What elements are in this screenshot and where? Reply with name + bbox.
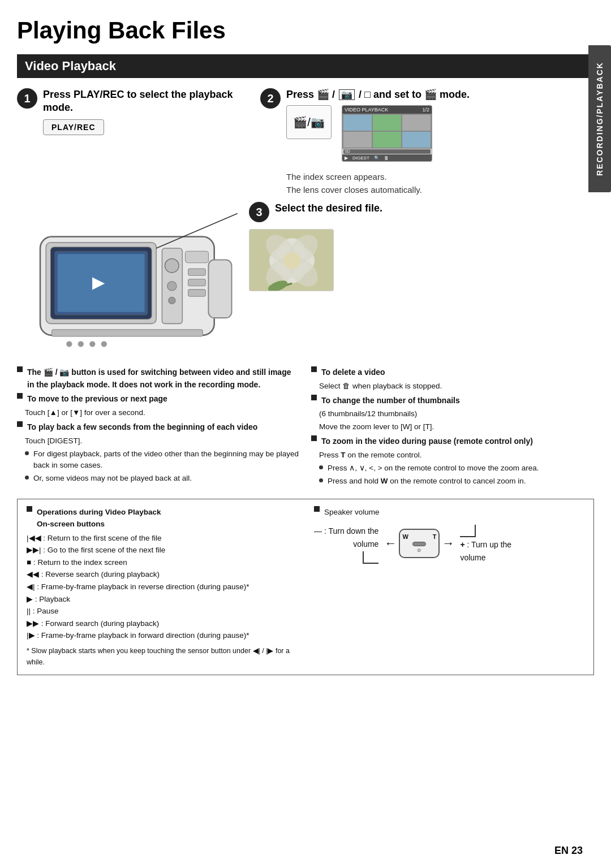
lever-w-label: W	[402, 532, 408, 542]
svg-point-28	[283, 252, 300, 269]
bullet-icon	[311, 366, 317, 372]
op2: ▶▶| : Go to the first scene of the next …	[27, 544, 297, 556]
tip3-bullet2: Or, some videos may not be played back a…	[33, 473, 192, 485]
step2-label: Press 🎬 / 📷 / □ and set to 🎬 mode.	[286, 88, 470, 101]
tips-left: The 🎬 / 📷 button is used for switching b…	[17, 366, 300, 489]
svg-point-17	[78, 341, 84, 347]
camera-icon: 📷	[339, 89, 355, 100]
op6: ▶ : Playback	[27, 593, 297, 606]
svg-point-16	[66, 341, 72, 347]
arrow-left-icon: ←	[384, 533, 397, 553]
section-header: Video Playback	[17, 54, 594, 78]
flower-image	[249, 229, 334, 291]
op9: |▶ : Frame-by-frame playback in forward …	[27, 629, 297, 642]
svg-rect-10	[185, 251, 208, 263]
tip1-right-heading: To delete a video	[321, 366, 385, 379]
zoom-lever: ← W T ⊘ →	[384, 529, 454, 560]
tip3-body: Touch [DIGEST].	[25, 435, 300, 447]
bullet-circle-icon	[25, 476, 29, 480]
page-title: Playing Back Files	[17, 17, 594, 44]
tip3-bullet1: For digest playback, parts of the video …	[33, 448, 300, 472]
video-playback-screen: VIDEO PLAYBACK 1/2 SD	[342, 105, 432, 162]
step1-block: 1 Press PLAY/REC to select the playback …	[17, 88, 255, 196]
bullet-icon	[311, 435, 317, 441]
bullet-icon	[17, 393, 23, 399]
step3-circle: 3	[249, 202, 269, 222]
svg-point-9	[169, 297, 175, 304]
tip2-right-body2: Move the zoom lever to [W] or [T].	[319, 421, 594, 433]
tip3-right-bullet1: Press ∧, ∨, <, > on the remote control t…	[328, 463, 539, 474]
step1-circle: 1	[17, 88, 37, 109]
tips-right: To delete a video Select 🗑 when playback…	[311, 366, 594, 489]
arrow-right-icon: →	[442, 533, 454, 553]
tip3-heading: To play back a few seconds from the begi…	[27, 421, 257, 434]
volume-controls: — : Turn down the volume ← W	[314, 525, 584, 564]
screen-page: 1/2	[422, 107, 429, 113]
operations-left: Operations during Video PlaybackOn-scree…	[27, 506, 297, 668]
svg-rect-15	[52, 330, 203, 336]
page-number: EN 23	[554, 845, 583, 857]
ops-note: * Slow playback starts when you keep tou…	[27, 645, 297, 668]
svg-point-19	[101, 341, 107, 347]
step3-label: Select the desired file.	[275, 202, 382, 215]
tip3-right-bullet2: Press and hold W on the remote control t…	[328, 476, 526, 487]
svg-rect-14	[208, 260, 231, 318]
tip3-right-body: Press T on the remote control.	[319, 450, 594, 461]
side-tab: RECORDING/PLAYBACK	[588, 45, 611, 192]
op1: |◀◀ : Return to the first scene of the f…	[27, 532, 297, 545]
tips-area: The 🎬 / 📷 button is used for switching b…	[17, 366, 594, 489]
bullet-circle-icon	[319, 478, 323, 482]
op8: ▶▶ : Forward search (during playback)	[27, 617, 297, 630]
step2-circle: 2	[260, 88, 281, 109]
bullet-icon	[17, 366, 23, 372]
ops-heading: Operations during Video PlaybackOn-scree…	[37, 506, 161, 530]
tip2-right-heading: To change the number of thumbnails	[321, 395, 460, 407]
speaker-volume-section: Speaker volume — : Turn down the volume …	[314, 506, 584, 668]
bullet-circle-icon	[25, 451, 29, 455]
bullet-icon	[314, 506, 320, 512]
op5: ◀| : Frame-by-frame playback in reverse …	[27, 581, 297, 593]
step3-block: 3 Select the desired file.	[249, 202, 594, 291]
video-mode-icon: 🎬 /	[317, 89, 335, 100]
play-rec-button-label: PLAY/REC	[43, 119, 104, 135]
step1-label: Press PLAY/REC to select the playback mo…	[43, 88, 255, 115]
svg-rect-11	[188, 269, 206, 275]
vol-minus-label: — : Turn down the volume	[314, 525, 378, 564]
speaker-heading: Speaker volume	[324, 506, 380, 519]
svg-point-7	[165, 259, 179, 273]
index-screen-text: The index screen appears. The lens cover…	[286, 171, 470, 196]
operations-box: Operations during Video PlaybackOn-scree…	[17, 499, 594, 676]
svg-rect-13	[188, 290, 206, 296]
lever-handle	[412, 542, 426, 546]
page-container: Playing Back Files Video Playback 1 Pres…	[0, 0, 611, 868]
bullet-circle-icon	[319, 465, 323, 469]
svg-point-8	[167, 282, 177, 291]
tip1-text: The 🎬 / 📷 button is used for switching b…	[27, 366, 300, 391]
screen-title: VIDEO PLAYBACK	[345, 107, 388, 113]
camera-svg: ▶	[17, 202, 243, 359]
svg-rect-12	[188, 279, 206, 286]
tip3-right-heading: To zoom in the video during pause (remot…	[321, 435, 533, 448]
tip2-heading: To move to the previous or next page	[27, 393, 167, 405]
op7: || : Pause	[27, 605, 297, 617]
mode-switch-button-icon: 🎬/📷	[286, 105, 332, 139]
video-mode-icon2: 🎬	[424, 89, 437, 100]
vol-plus-label: + : Turn up the volume	[460, 525, 511, 564]
svg-text:▶: ▶	[92, 273, 105, 291]
lever-body: W T ⊘	[399, 529, 440, 558]
svg-point-18	[89, 341, 95, 347]
op3: ■ : Return to the index screen	[27, 556, 297, 569]
camera-diagram: ▶	[17, 202, 243, 361]
tip2-right-body: (6 thumbnails/12 thumbnails)	[319, 408, 594, 420]
step2-block: 2 Press 🎬 / 📷 / □ and set to 🎬 mode.	[255, 88, 594, 196]
bullet-icon	[311, 395, 317, 400]
bullet-icon	[17, 421, 23, 427]
tip2-body: Touch [▲] or [▼] for over a second.	[25, 407, 300, 419]
tip1-right-body: Select 🗑 when playback is stopped.	[319, 381, 594, 392]
lever-t-label: T	[433, 532, 437, 542]
bullet-icon	[27, 506, 32, 512]
op4: ◀◀ : Reverse search (during playback)	[27, 568, 297, 581]
